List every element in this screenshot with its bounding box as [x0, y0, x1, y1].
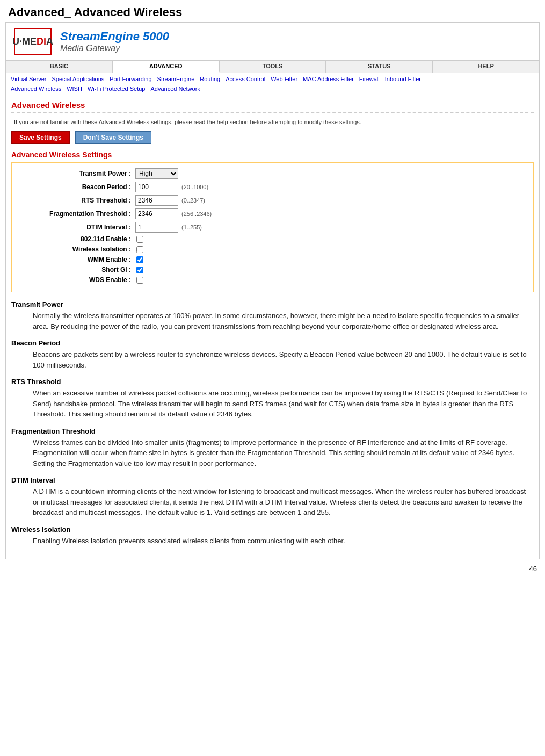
logo-text-block: StreamEngine 5000 Media Gateway — [56, 30, 169, 53]
nav-inbound-filter[interactable]: Inbound Filter — [383, 75, 423, 83]
settings-box: Transmit Power : High Medium Low Beacon … — [11, 162, 534, 292]
nav-tools[interactable]: TOOLS — [220, 61, 326, 73]
nav-wifi-protected-setup[interactable]: Wi-Fi Protected Setup — [85, 85, 148, 92]
short-gi-row: Short GI : — [17, 266, 528, 273]
dtim-interval-input[interactable] — [135, 222, 178, 233]
nav-sub-row2: Advanced Wireless WISH Wi-Fi Protected S… — [9, 84, 536, 93]
fragmentation-threshold-label: Fragmentation Threshold : — [17, 210, 135, 218]
nav-wish[interactable]: WISH — [64, 85, 84, 92]
nav-special-applications[interactable]: Special Applications — [49, 75, 106, 83]
nav-advanced-wireless[interactable]: Advanced Wireless — [9, 85, 63, 92]
wireless-isolation-row: Wireless Isolation : — [17, 246, 528, 253]
nav-help[interactable]: HELP — [433, 61, 539, 73]
wmm-enable-row: WMM Enable : — [17, 256, 528, 263]
beacon-period-hint: (20..1000) — [181, 184, 208, 190]
help-beacon-period-heading: Beacon Period — [11, 339, 534, 347]
nav-container: BASIC ADVANCED TOOLS STATUS HELP Virtual… — [5, 61, 540, 95]
nav-virtual-server[interactable]: Virtual Server — [9, 75, 48, 83]
transmit-power-label: Transmit Power : — [17, 170, 135, 177]
help-beacon-period-body: Beacons are packets sent by a wireless r… — [33, 349, 534, 370]
main-content: Advanced Wireless If you are not familia… — [5, 95, 540, 559]
nav-firewall[interactable]: Firewall — [357, 75, 382, 83]
rts-threshold-input[interactable] — [135, 195, 178, 206]
nav-basic[interactable]: BASIC — [6, 61, 113, 73]
wmm-enable-checkbox[interactable] — [136, 256, 143, 263]
section-title: Advanced Wireless — [11, 100, 534, 113]
nav-mac-address-filter[interactable]: MAC Address Filter — [301, 75, 356, 83]
nav-routing[interactable]: Routing — [198, 75, 222, 83]
nav-access-control[interactable]: Access Control — [223, 75, 267, 83]
help-wireless-isolation-heading: Wireless Isolation — [11, 525, 534, 534]
transmit-power-select[interactable]: High Medium Low — [135, 168, 178, 179]
media-gateway-text: Media Gateway — [60, 44, 169, 53]
80211d-enable-checkbox[interactable] — [136, 236, 143, 243]
80211d-enable-row: 802.11d Enable : — [17, 235, 528, 243]
help-rts-threshold: RTS Threshold When an excessive number o… — [11, 378, 534, 420]
header-bar: U·MEDiA StreamEngine 5000 Media Gateway — [5, 22, 540, 61]
help-dtim-interval-body: A DTIM is a countdown informing clients … — [33, 486, 534, 518]
fragmentation-threshold-hint: (256..2346) — [181, 211, 212, 217]
short-gi-label: Short GI : — [17, 266, 135, 273]
fragmentation-threshold-row: Fragmentation Threshold : (256..2346) — [17, 208, 528, 219]
wireless-isolation-label: Wireless Isolation : — [17, 246, 135, 253]
wmm-enable-label: WMM Enable : — [17, 256, 135, 263]
beacon-period-row: Beacon Period : (20..1000) — [17, 182, 528, 192]
rts-threshold-label: RTS Threshold : — [17, 197, 135, 204]
stream-engine-text: StreamEngine 5000 — [60, 30, 169, 44]
beacon-period-label: Beacon Period : — [17, 183, 135, 191]
short-gi-checkbox[interactable] — [136, 267, 143, 273]
80211d-enable-label: 802.11d Enable : — [17, 235, 135, 243]
help-fragmentation-threshold-body: Wireless frames can be divided into smal… — [33, 437, 534, 469]
rts-threshold-hint: (0..2347) — [181, 197, 205, 204]
transmit-power-row: Transmit Power : High Medium Low — [17, 168, 528, 179]
button-row: Save Settings Don't Save Settings — [11, 131, 534, 144]
dont-save-settings-button[interactable]: Don't Save Settings — [75, 131, 151, 144]
nav-top: BASIC ADVANCED TOOLS STATUS HELP — [6, 61, 539, 73]
info-text: If you are not familiar with these Advan… — [11, 117, 534, 127]
nav-advanced[interactable]: ADVANCED — [113, 61, 220, 73]
dtim-interval-row: DTIM Interval : (1..255) — [17, 222, 528, 233]
wds-enable-row: WDS Enable : — [17, 276, 528, 284]
help-rts-threshold-body: When an excessive number of wireless pac… — [33, 388, 534, 420]
umedia-logo: U·MEDiA — [12, 36, 53, 47]
beacon-period-input[interactable] — [135, 182, 178, 192]
nav-sub: Virtual Server Special Applications Port… — [6, 73, 539, 95]
help-wireless-isolation-body: Enabling Wireless Isolation prevents ass… — [33, 536, 534, 546]
wireless-isolation-checkbox[interactable] — [136, 246, 143, 253]
nav-streamengine[interactable]: StreamEngine — [155, 75, 197, 83]
logo-box: U·MEDiA — [14, 28, 52, 55]
help-fragmentation-threshold: Fragmentation Threshold Wireless frames … — [11, 427, 534, 469]
help-transmit-power-body: Normally the wireless transmitter operat… — [33, 311, 534, 332]
nav-web-filter[interactable]: Web Filter — [268, 75, 300, 83]
help-fragmentation-threshold-heading: Fragmentation Threshold — [11, 427, 534, 435]
help-rts-threshold-heading: RTS Threshold — [11, 378, 534, 386]
rts-threshold-row: RTS Threshold : (0..2347) — [17, 195, 528, 206]
help-beacon-period: Beacon Period Beacons are packets sent b… — [11, 339, 534, 370]
help-dtim-interval-heading: DTIM Interval — [11, 476, 534, 484]
dtim-interval-label: DTIM Interval : — [17, 224, 135, 231]
dtim-interval-hint: (1..255) — [181, 224, 202, 231]
settings-title: Advanced Wireless Settings — [11, 150, 534, 159]
wds-enable-label: WDS Enable : — [17, 276, 135, 284]
help-wireless-isolation: Wireless Isolation Enabling Wireless Iso… — [11, 525, 534, 546]
fragmentation-threshold-input[interactable] — [135, 208, 178, 219]
nav-sub-row1: Virtual Server Special Applications Port… — [9, 75, 536, 83]
page-title: Advanced_ Advanced Wireless — [0, 0, 545, 22]
nav-port-forwarding[interactable]: Port Forwarding — [107, 75, 154, 83]
page-number: 46 — [0, 559, 545, 578]
wds-enable-checkbox[interactable] — [136, 277, 143, 284]
help-transmit-power: Transmit Power Normally the wireless tra… — [11, 300, 534, 332]
nav-status[interactable]: STATUS — [326, 61, 433, 73]
help-transmit-power-heading: Transmit Power — [11, 300, 534, 308]
save-settings-button[interactable]: Save Settings — [11, 131, 70, 144]
nav-advanced-network[interactable]: Advanced Network — [148, 85, 202, 92]
help-dtim-interval: DTIM Interval A DTIM is a countdown info… — [11, 476, 534, 518]
